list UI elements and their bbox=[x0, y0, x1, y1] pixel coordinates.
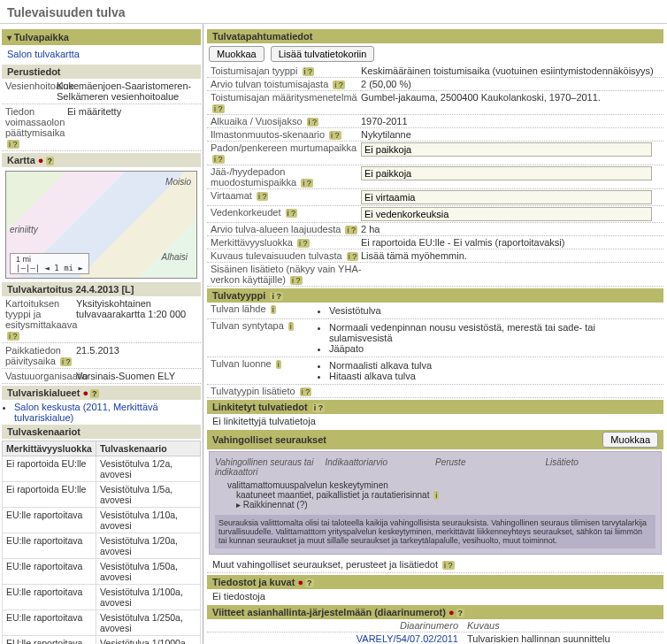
cell-merk: EU:lle raportoitava bbox=[3, 559, 96, 585]
info-icon[interactable]: i ? bbox=[301, 179, 313, 188]
info-icon[interactable]: i ? bbox=[212, 104, 225, 113]
vah-footnote: Seurauksia valitttomalta olisi tai talot… bbox=[215, 515, 656, 548]
vah-head-2: Indikaattoriarvio bbox=[326, 457, 436, 477]
info-icon[interactable]: ? bbox=[305, 579, 314, 587]
kartoitus-tyyppi-value: Yksityiskohtainen tulvavaarakartta 1:20 … bbox=[76, 298, 197, 341]
info-icon[interactable]: i ? bbox=[347, 252, 359, 261]
info-icon[interactable]: i ? bbox=[303, 67, 315, 76]
info-icon[interactable]: i ? bbox=[329, 131, 341, 140]
vah-row: kaatuneet maantiet, paikallistiet ja rau… bbox=[236, 490, 656, 500]
info-icon[interactable]: i ? bbox=[345, 226, 357, 234]
tulvatyyppi-header: Tulvatyyppi i ? bbox=[207, 288, 663, 303]
info-icon[interactable]: i bbox=[271, 305, 276, 314]
warning-icon: ● bbox=[448, 607, 455, 617]
info-icon[interactable]: ? bbox=[90, 389, 99, 398]
viitteet-head-kuv: Kuvaus bbox=[467, 620, 500, 631]
field-label: Toistumisajan tyyppi i ? bbox=[211, 65, 361, 76]
diaarinumero-link[interactable]: VARELY/54/07.02/2011 bbox=[356, 633, 458, 644]
table-row[interactable]: EU:lle raportoitavaVesistötulva 1/50a, a… bbox=[3, 559, 201, 585]
info-icon[interactable]: i bbox=[276, 360, 281, 369]
table-row[interactable]: Ei raportoida EU:lleVesistötulva 1/2a, a… bbox=[3, 456, 201, 482]
muokkaa-vah-button[interactable]: Muokkaa bbox=[602, 432, 658, 448]
skenaariot-table: Merkittävyysluokka Tulvaskenaario Ei rap… bbox=[2, 441, 201, 644]
info-icon[interactable]: i ? bbox=[297, 239, 310, 248]
info-icon[interactable]: i ? bbox=[60, 357, 73, 366]
info-icon[interactable]: i ? bbox=[290, 276, 303, 285]
field-input[interactable] bbox=[361, 142, 652, 157]
field-label: Alkuaika / Vuosijakso i ? bbox=[211, 116, 361, 126]
info-icon[interactable]: i ? bbox=[333, 80, 345, 89]
vastuu-value: Varsinais-Suomen ELY bbox=[76, 371, 197, 381]
map-place-alhaisi: Alhaisi bbox=[162, 252, 188, 262]
table-row[interactable]: EU:lle raportoitavaVesistötulva 1/1000a,… bbox=[3, 636, 201, 645]
merk-luokka-label: Merkittävyysluokka i ? bbox=[211, 237, 361, 248]
tulvatyypin-lisatieto-label: Tulvatyypin lisätieto i ? bbox=[211, 386, 361, 396]
info-icon[interactable]: i ? bbox=[212, 155, 225, 164]
merk-luokka-value: Ei raportoida EU:lle - Ei valmis (raport… bbox=[361, 237, 660, 248]
cell-sken: Vesistötulva 1/100a, avovesi bbox=[96, 585, 200, 610]
linkitetyt-none: Ei linkitettyjä tulvatietoja bbox=[207, 414, 663, 428]
cell-sken: Vesistötulva 1/50a, avovesi bbox=[96, 559, 200, 585]
warning-icon: ● bbox=[38, 155, 44, 165]
info-icon[interactable]: i ? bbox=[307, 118, 319, 126]
list-item: Vesistötulva bbox=[329, 305, 660, 316]
cell-sken: Vesistötulva 1/5a, avovesi bbox=[96, 482, 200, 508]
info-icon[interactable]: i ? bbox=[442, 561, 455, 570]
table-row[interactable]: EU:lle raportoitavaVesistötulva 1/20a, a… bbox=[3, 533, 201, 559]
cell-merk: EU:lle raportoitava bbox=[3, 585, 96, 610]
cell-merk: EU:lle raportoitava bbox=[3, 508, 96, 533]
sisainen-lisatieto-label: Sisäinen lisätieto (näkyy vain YHA-verko… bbox=[211, 264, 379, 285]
viitteet-header: Viitteet asianhallinta-järjestelmään (di… bbox=[207, 605, 663, 619]
info-icon[interactable]: i bbox=[288, 322, 294, 331]
info-icon[interactable]: i ? bbox=[7, 140, 19, 149]
kartta-header: Kartta ●? bbox=[2, 153, 201, 167]
field-input[interactable] bbox=[361, 190, 652, 204]
info-icon[interactable]: ? bbox=[456, 609, 465, 617]
info-icon[interactable]: ? bbox=[46, 157, 55, 165]
table-row[interactable]: EU:lle raportoitavaVesistötulva 1/250a, … bbox=[3, 610, 201, 636]
field-value: Nykytilanne bbox=[361, 129, 660, 140]
muokkaa-button[interactable]: Muokkaa bbox=[209, 46, 264, 62]
map-widget[interactable]: Moisio eriniitty Alhaisi 1 mi |—|—| ◄ 1 … bbox=[5, 171, 197, 279]
vah-head-4: Lisätieto bbox=[546, 457, 656, 477]
muut-vah-label: Muut vahingolliset seuraukset, perusteet… bbox=[207, 556, 663, 573]
kuvaus-label: Kuvaus tulevaisuuden tulvasta i ? bbox=[211, 250, 361, 261]
table-row[interactable]: EU:lle raportoitavaVesistötulva 1/100a, … bbox=[3, 585, 201, 610]
lisaa-tulvatietokoriin-button[interactable]: Lisää tulvatietokoriin bbox=[271, 46, 375, 62]
info-icon[interactable]: i ? bbox=[312, 403, 326, 412]
page-title: Tulevaisuuden tulva bbox=[7, 5, 660, 19]
cell-sken: Vesistötulva 1/250a, avovesi bbox=[96, 610, 200, 636]
info-icon[interactable]: i ? bbox=[286, 209, 298, 218]
table-row[interactable]: Ei raportoida EU:lleVesistötulva 1/5a, a… bbox=[3, 482, 201, 508]
list-item: Normaali vedenpinnan nousu vesistöstä, m… bbox=[329, 322, 660, 343]
info-icon[interactable]: i ? bbox=[270, 292, 283, 301]
tulvan-syntytapa-label: Tulvan syntytapa i bbox=[211, 320, 317, 356]
cell-sken: Vesistötulva 1/2a, avovesi bbox=[96, 456, 200, 482]
vahingolliset-header: Vahingolliset seuraukset bbox=[212, 434, 326, 445]
field-value: 1970-2011 bbox=[361, 116, 660, 126]
tulvakartoitus-header: Tulvakartoitus 24.4.2013 [L] bbox=[2, 282, 201, 296]
map-place-eriniitty: eriniitty bbox=[10, 225, 38, 234]
cell-merk: EU:lle raportoitava bbox=[3, 610, 96, 636]
riskialue-link[interactable]: Salon keskusta (2011, Merkittävä tulvari… bbox=[14, 402, 158, 423]
info-icon[interactable]: i ? bbox=[7, 332, 19, 341]
cell-merk: EU:lle raportoitava bbox=[3, 533, 96, 559]
diaarinumero-kuvaus: Tulvariskien hallinnan suunnittelu bbox=[467, 633, 610, 644]
list-item: Hitaasti alkava tulva bbox=[329, 371, 660, 381]
info-icon[interactable]: i ? bbox=[300, 387, 312, 396]
arvio-laajuus-value: 2 ha bbox=[361, 224, 660, 234]
field-input[interactable] bbox=[361, 207, 652, 221]
tulvapaikka-header[interactable]: Tulvapaikka bbox=[2, 29, 201, 45]
table-row[interactable]: EU:lle raportoitavaVesistötulva 1/10a, a… bbox=[3, 508, 201, 533]
field-value: 2 (50,00 %) bbox=[361, 79, 660, 89]
info-icon[interactable]: i bbox=[433, 491, 439, 500]
tiedon-voimassaolo-label: Tiedon voimassaolon päättymisaika i ? bbox=[5, 106, 67, 149]
kuvaus-value: Lisää tämä myöhemmin. bbox=[361, 250, 660, 261]
tiedostot-none: Ei tiedostoja bbox=[207, 589, 663, 603]
field-input[interactable] bbox=[361, 166, 652, 180]
cell-merk: Ei raportoida EU:lle bbox=[3, 482, 96, 508]
paikkatiedon-label: Paikkatiedon päivitysaika i ? bbox=[5, 345, 76, 366]
info-icon[interactable]: i ? bbox=[257, 192, 269, 201]
salon-tulvakartta-link[interactable]: Salon tulvakartta bbox=[7, 49, 80, 59]
map-scale[interactable]: 1 mi |—|—| ◄ 1 mi ► bbox=[10, 253, 89, 274]
